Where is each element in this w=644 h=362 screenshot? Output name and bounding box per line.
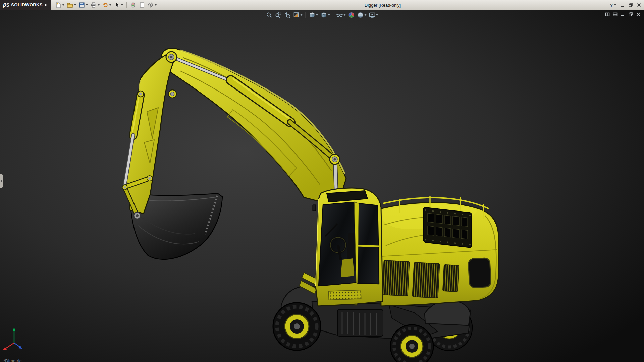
save-button[interactable] [78,1,89,9]
zoom-to-fit-button[interactable] [266,11,273,19]
new-document-button[interactable] [54,1,65,9]
model-scene[interactable] [0,10,644,362]
file-properties-button[interactable] [138,1,146,9]
logo-mark: βS [3,2,9,8]
minimize-icon [621,12,625,17]
title-bar: βS SOLIDWORKS [0,0,644,10]
dropdown-caret[interactable] [316,14,318,16]
view-settings-button[interactable] [369,11,379,19]
side-window [358,203,379,284]
dropdown-caret[interactable] [109,4,111,6]
edit-appearance-ball-icon [348,12,355,18]
restore-icon [628,12,633,17]
save-icon [79,2,85,8]
rear-window [468,258,491,288]
dropdown-caret[interactable] [328,14,330,16]
tile-vertical-button[interactable] [605,12,610,17]
tile-horizontal-icon [613,12,618,17]
dropdown-caret[interactable] [301,14,303,16]
dropdown-caret[interactable] [155,4,157,6]
hide-show-glasses-icon [336,12,343,18]
window-controls: ? [610,0,641,10]
rebuild-button[interactable] [129,1,137,9]
logo-text: SOLIDWORKS [11,2,43,7]
document-restore-button[interactable] [628,12,633,17]
main-toolbar [54,1,158,9]
display-style-icon [321,12,327,18]
options-gear-icon [148,2,154,8]
heads-up-toolbar [266,11,379,19]
select-button[interactable] [113,1,124,9]
section-view-icon [293,12,300,18]
dropdown-caret[interactable] [74,4,76,6]
undo-icon [102,2,108,8]
open-folder-icon [67,2,73,8]
help-button[interactable]: ? [610,3,616,8]
cab[interactable] [313,188,383,306]
open-button[interactable] [66,1,77,9]
window-title: Digger [Read-only] [365,0,401,10]
wheel-front-near[interactable] [273,303,321,350]
display-style-button[interactable] [320,11,330,19]
close-button[interactable] [637,3,641,7]
view-orientation-button[interactable] [309,11,319,19]
document-minimize-button[interactable] [621,12,625,17]
tile-horizontal-button[interactable] [613,12,618,17]
print-button[interactable] [90,1,101,9]
hide-show-items-button[interactable] [336,11,346,19]
dropdown-caret[interactable] [365,14,367,16]
toolbar-separator [126,2,127,8]
dropdown-caret[interactable] [98,4,100,6]
toolbar-separator [306,12,306,18]
mirror [313,205,316,211]
collapse-arrow-icon [1,180,2,182]
previous-view-button[interactable] [284,11,291,19]
brand-chevron-icon[interactable] [45,4,47,6]
dropdown-caret[interactable] [376,14,378,16]
cab-lower-vent [329,290,361,300]
restore-button[interactable] [628,3,633,7]
dropdown-caret[interactable] [344,14,346,16]
zoom-to-area-icon [275,12,282,18]
engine-body[interactable] [367,196,498,306]
solidworks-logo: βS SOLIDWORKS [0,0,51,10]
zoom-to-fit-icon [266,12,273,18]
previous-view-icon [284,12,291,18]
section-view-button[interactable] [293,11,303,19]
file-properties-icon [139,2,145,8]
dropdown-caret[interactable] [62,4,64,6]
orientation-label: *Dimetric [3,358,22,362]
apply-scene-sphere-icon [357,12,364,18]
dropdown-caret[interactable] [121,4,123,6]
close-icon [637,3,641,7]
minimize-button[interactable] [620,3,625,7]
document-window-controls [605,12,641,17]
toolbar-separator [333,12,333,18]
document-close-button[interactable] [636,12,641,17]
feature-manager-collapse-tab[interactable] [0,174,3,188]
wheel-rear-near[interactable] [390,325,433,362]
dropdown-caret[interactable] [614,4,616,6]
engine-vent-grid [424,207,472,248]
select-cursor-icon [114,2,120,8]
minimize-icon [620,3,625,7]
rebuild-traffic-light-icon [130,2,136,8]
print-icon [91,2,97,8]
close-icon [636,12,641,17]
graphics-area[interactable]: *Dimetric [0,10,644,362]
view-orientation-cube-icon [309,12,316,18]
view-settings-icon [369,12,376,18]
tile-vertical-icon [605,12,610,17]
edit-appearance-button[interactable] [348,11,355,19]
apply-scene-button[interactable] [357,11,367,19]
new-document-icon [55,2,61,8]
undo-button[interactable] [101,1,112,9]
dropdown-caret[interactable] [86,4,88,6]
zoom-to-area-button[interactable] [275,11,282,19]
restore-icon [628,3,633,7]
options-button[interactable] [147,1,158,9]
